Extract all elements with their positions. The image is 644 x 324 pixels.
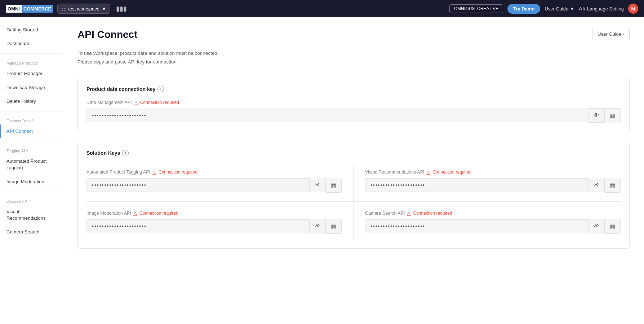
- description-line2: Please copy and paste API key for connec…: [77, 58, 630, 66]
- copy-icon: ▦: [331, 223, 336, 230]
- header: OMNICOMMERCE ☷ test workspace ▼ ▮▮▮ OMNI…: [0, 0, 644, 17]
- omnious-badge: OMNIOUS_CREATIVE: [449, 4, 503, 13]
- copy-icon: ▦: [610, 223, 615, 230]
- sidebar-section-tagging-ai: Tagging AI ^: [0, 144, 63, 154]
- connection-required-label: Connection required: [413, 211, 452, 216]
- connection-required-label: Connection required: [140, 100, 179, 105]
- eye-icon: 👁: [594, 112, 599, 119]
- copy-button-cs[interactable]: ▦: [605, 219, 621, 234]
- user-guide-nav[interactable]: User Guide ▼: [545, 6, 574, 12]
- toggle-visibility-button-vr[interactable]: 👁: [589, 178, 605, 192]
- warning-triangle-icon: △: [134, 100, 138, 105]
- copy-button-vr[interactable]: ▦: [605, 178, 621, 193]
- logo: OMNICOMMERCE: [6, 5, 53, 13]
- automated-tagging-api-label-row: Automated Product Tagging API △ Connecti…: [86, 169, 342, 175]
- logo-omni: OMNI: [6, 5, 22, 13]
- data-management-api-row: Data Management API △ Connection require…: [86, 100, 621, 123]
- user-guide-button[interactable]: User Guide ›: [592, 29, 630, 39]
- chevron-down-icon: ▼: [570, 6, 574, 12]
- lang-icon: Aʀ: [579, 5, 586, 12]
- copy-button[interactable]: ▦: [605, 108, 621, 123]
- toggle-visibility-button-apt[interactable]: 👁: [310, 178, 326, 192]
- product-data-title-label: Product data connection key: [86, 86, 155, 92]
- toggle-visibility-button-im[interactable]: 👁: [310, 219, 326, 233]
- visual-rec-api-input-row: 👁 ▦: [365, 178, 621, 193]
- sidebar-item-automated-product-tagging[interactable]: Automated Product Tagging: [0, 154, 63, 175]
- warning-triangle-icon: △: [152, 169, 156, 175]
- sidebar-item-delete-history[interactable]: Delete History: [0, 95, 63, 108]
- sidebar-item-download-storage[interactable]: Download Storage: [0, 81, 63, 95]
- copy-icon: ▦: [331, 182, 336, 189]
- description: To use Workspace, product data and solut…: [77, 49, 630, 67]
- warning-triangle-icon: △: [407, 210, 411, 216]
- chevron-down-icon: ▼: [102, 6, 106, 12]
- image-mod-api-label: Image Moderation API: [86, 211, 131, 216]
- eye-icon: 👁: [315, 223, 320, 229]
- solution-info-icon: i: [122, 150, 129, 156]
- sidebar-item-api-connect[interactable]: API Connect: [0, 124, 63, 138]
- eye-icon: 👁: [315, 182, 320, 188]
- user-guide-nav-label: User Guide: [545, 6, 568, 12]
- copy-icon: ▦: [610, 182, 615, 189]
- data-management-api-input-row: 👁 ▦: [86, 108, 621, 123]
- sidebar: Getting Started Dashboard Manage Product…: [0, 17, 63, 324]
- try-demo-button[interactable]: Try Demo: [507, 4, 540, 14]
- visual-rec-api-label: Visual Recommendations API: [365, 170, 424, 175]
- product-data-card: Product data connection key i Data Manag…: [77, 77, 630, 132]
- connection-required-label: Connection required: [139, 211, 178, 216]
- connection-required-label: Connection required: [432, 170, 471, 175]
- sidebar-item-dashboard[interactable]: Dashboard: [0, 37, 63, 51]
- main-content: API Connect User Guide › To use Workspac…: [63, 17, 644, 324]
- data-management-api-label-row: Data Management API △ Connection require…: [86, 100, 621, 105]
- solution-keys-title-label: Solution Keys: [86, 150, 120, 156]
- image-mod-api-label-row: Image Moderation API △ Connection requir…: [86, 210, 342, 216]
- image-mod-api-input[interactable]: [86, 219, 310, 233]
- automated-tagging-api-cell: Automated Product Tagging API △ Connecti…: [86, 163, 354, 202]
- sidebar-item-camera-search[interactable]: Camera Search: [0, 225, 63, 239]
- sidebar-item-visual-recommendations[interactable]: Visual Recommendations: [0, 205, 63, 225]
- image-moderation-api-cell: Image Moderation API △ Connection requir…: [86, 202, 354, 240]
- visual-rec-api-input[interactable]: [365, 178, 589, 192]
- copy-button-apt[interactable]: ▦: [326, 178, 342, 193]
- visual-rec-api-label-row: Visual Recommendations API △ Connection …: [365, 169, 621, 175]
- toggle-visibility-button[interactable]: 👁: [589, 108, 605, 123]
- solution-keys-grid: Automated Product Tagging API △ Connecti…: [86, 163, 621, 240]
- sidebar-item-image-moderation[interactable]: Image Moderation: [0, 175, 63, 189]
- page-header: API Connect User Guide ›: [77, 29, 630, 40]
- lang-setting-label: Language Setting: [587, 6, 624, 12]
- copy-button-im[interactable]: ▦: [326, 219, 342, 234]
- automated-tagging-api-input-row: 👁 ▦: [86, 178, 342, 193]
- layout: Getting Started Dashboard Manage Product…: [0, 0, 644, 324]
- connection-required-label: Connection required: [159, 170, 197, 175]
- camera-search-api-label: Camera Search API: [365, 211, 405, 216]
- automated-tagging-api-label: Automated Product Tagging API: [86, 170, 150, 175]
- warning-triangle-icon: △: [133, 210, 137, 216]
- avatar[interactable]: M: [628, 4, 638, 14]
- solution-keys-card: Solution Keys i Automated Product Taggin…: [77, 141, 630, 249]
- description-line1: To use Workspace, product data and solut…: [77, 49, 630, 58]
- language-setting[interactable]: Aʀ Language Setting: [579, 5, 624, 12]
- workspace-label: test workspace: [68, 6, 99, 12]
- header-right: OMNIOUS_CREATIVE Try Demo User Guide ▼ A…: [449, 4, 638, 14]
- info-icon: i: [157, 86, 164, 92]
- copy-icon: ▦: [610, 112, 615, 119]
- camera-search-api-input-row: 👁 ▦: [365, 219, 621, 234]
- camera-search-api-cell: Camera Search API △ Connection required …: [354, 202, 621, 240]
- image-mod-api-input-row: 👁 ▦: [86, 219, 342, 234]
- camera-search-api-input[interactable]: [365, 219, 589, 233]
- solution-keys-card-title: Solution Keys i: [86, 150, 621, 156]
- toggle-visibility-button-cs[interactable]: 👁: [589, 219, 605, 233]
- chart-icon[interactable]: ▮▮▮: [116, 5, 127, 13]
- product-data-card-title: Product data connection key i: [86, 86, 621, 92]
- automated-tagging-api-input[interactable]: [86, 178, 310, 192]
- page-title: API Connect: [77, 29, 137, 40]
- visual-recommendations-api-cell: Visual Recommendations API △ Connection …: [354, 163, 621, 202]
- data-management-api-input[interactable]: [86, 109, 589, 122]
- sidebar-item-getting-started[interactable]: Getting Started: [0, 23, 63, 37]
- camera-search-api-label-row: Camera Search API △ Connection required: [365, 210, 621, 216]
- warning-triangle-icon: △: [426, 169, 430, 175]
- workspace-dropdown[interactable]: ☷ test workspace ▼: [57, 4, 110, 14]
- sidebar-section-connect-data: Connect Data ^: [0, 114, 63, 124]
- sidebar-item-product-manager[interactable]: Product Manager: [0, 67, 63, 80]
- eye-icon: 👁: [594, 182, 599, 188]
